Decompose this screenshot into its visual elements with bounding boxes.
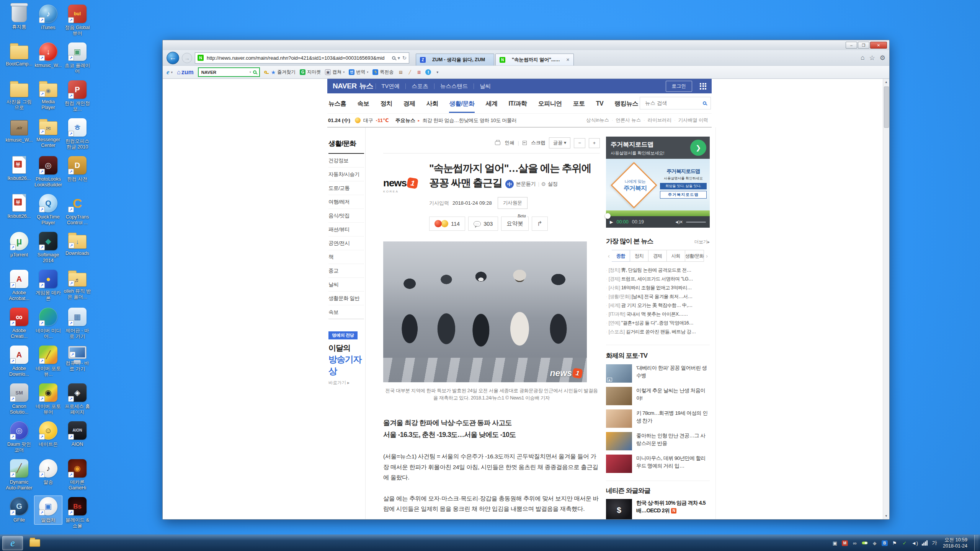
- home-icon[interactable]: ⌂: [861, 54, 864, 62]
- desktop-icon[interactable]: ◆↗Softimage 2014: [34, 230, 62, 265]
- nav-category[interactable]: IT/과학: [508, 94, 527, 113]
- tab-close-icon[interactable]: ✕: [566, 57, 570, 62]
- desktop-icon[interactable]: ↓↗ktmusic_W...: [34, 41, 62, 70]
- search-icon[interactable]: [392, 56, 395, 60]
- zum-gmarket-button[interactable]: G지마켓: [300, 69, 321, 75]
- ie-menu-button[interactable]: e▾: [167, 68, 173, 76]
- zum-favorites-button[interactable]: ★즐겨찾기: [271, 69, 296, 75]
- comments-button[interactable]: ⋯ 303: [468, 217, 498, 231]
- nav-category[interactable]: 사회: [426, 94, 439, 113]
- nav-category[interactable]: 랭킹뉴스: [614, 94, 639, 113]
- forward-button[interactable]: →: [182, 53, 192, 63]
- seek-handle[interactable]: [605, 213, 611, 219]
- desktop-icon[interactable]: AION↗AION: [63, 420, 91, 449]
- sidebar-menu-item[interactable]: 도로/교통: [328, 181, 364, 195]
- emotion-button[interactable]: 114: [429, 217, 465, 231]
- nav-category[interactable]: 속보: [357, 94, 370, 113]
- desktop-icon[interactable]: ◈↗프로세스 홈페이지: [63, 382, 91, 417]
- desktop-icon[interactable]: bul↗정음 Global 뷰어: [63, 3, 91, 38]
- netizen-featured[interactable]: $ 한국 상·하위 10% 임금 격차 4.5배…OECD 2위N: [606, 499, 710, 519]
- most-viewed-tab[interactable]: 사회: [667, 250, 685, 262]
- tabs-left-arrow-icon[interactable]: ‹: [606, 253, 612, 259]
- ticker-link[interactable]: 상식in뉴스: [583, 117, 612, 124]
- most-viewed-tab[interactable]: 정치: [630, 250, 648, 262]
- scrollbar-thumb[interactable]: [884, 86, 889, 128]
- share-button[interactable]: ↱: [532, 217, 548, 231]
- desktop-icon[interactable]: .airktmusic_W...: [5, 117, 33, 145]
- desktop-icon[interactable]: P↗한컴 개인정보...: [63, 79, 91, 114]
- url-input[interactable]: [206, 55, 390, 61]
- most-viewed-item[interactable]: ·[사회]16억짜리 조형물 없애고 3억짜리…: [606, 284, 710, 292]
- autocomplete-dropdown-icon[interactable]: ▾: [398, 55, 400, 61]
- sidebar-menu-item[interactable]: 음식/맛집: [328, 209, 364, 223]
- most-viewed-item[interactable]: ·[정치]靑, 단일팀 논란에 공격모드로 전…: [606, 266, 710, 275]
- font-smaller-button[interactable]: −: [574, 138, 585, 148]
- alcapture-tray-icon[interactable]: ▣: [832, 540, 838, 546]
- redbook-icon[interactable]: ▥: [416, 69, 422, 75]
- news-search-box[interactable]: [640, 97, 711, 109]
- most-viewed-more-link[interactable]: 더보기▸: [694, 239, 710, 245]
- sidebar-menu-item[interactable]: 여행/레저: [328, 195, 364, 209]
- desktop-icon[interactable]: ∞↗Adobe Creati...: [5, 306, 33, 341]
- zum-search-box[interactable]: NAVER ▾: [198, 67, 260, 77]
- sidebar-menu-item[interactable]: 생활문화 일반: [328, 292, 364, 305]
- sidebar-ad-link[interactable]: 바로가기 ▸: [328, 380, 365, 386]
- nav-category[interactable]: 세계: [485, 94, 498, 113]
- notebook-icon[interactable]: ▤: [398, 69, 403, 75]
- desktop-icon[interactable]: ✉↗Messenger Center: [34, 117, 62, 150]
- sidebar-menu-item[interactable]: 책: [328, 250, 364, 264]
- desktop-icon[interactable]: Bs↗블레이드 & 소울: [63, 496, 91, 530]
- desktop-icon[interactable]: ╱↗Dynamic Auto-Painter: [5, 458, 33, 492]
- most-viewed-item[interactable]: ·[IT/과학]국내서 맥 못추는 아이폰X……: [606, 310, 710, 319]
- desktop-icon[interactable]: ↗컴퓨터 - 바로 가기: [63, 344, 91, 373]
- desktop-icon[interactable]: µ↗µTorrent: [5, 230, 33, 259]
- play-icon[interactable]: ▶: [610, 220, 613, 225]
- daemon-tools-tray-icon[interactable]: ◆: [872, 540, 878, 546]
- sidebar-menu-item[interactable]: 날씨: [328, 278, 364, 292]
- photo-tv-item[interactable]: 좋아하는 인형 만난 견공…그 사랑스러운 반응: [606, 432, 710, 450]
- nav-category[interactable]: 경제: [403, 94, 416, 113]
- desktop-icon[interactable]: SM↗Canon Solutio...: [5, 382, 33, 417]
- print-button[interactable]: 인쇄: [495, 140, 514, 146]
- settings-button[interactable]: 설정: [547, 177, 557, 191]
- safely-remove-usb-tray-icon[interactable]: ✓: [902, 540, 908, 546]
- sidebar-menu-item[interactable]: 종교: [328, 264, 364, 278]
- sidebar-menu-item[interactable]: 공연/전시: [328, 236, 364, 250]
- zum-search-engine-label[interactable]: NAVER: [201, 70, 248, 75]
- most-viewed-tab[interactable]: 경제: [648, 250, 667, 262]
- original-article-button[interactable]: 기사원문: [498, 197, 528, 209]
- desktop-icon[interactable]: ♪↗iTunes: [34, 3, 62, 32]
- sidebar-menu-item[interactable]: 속보: [328, 305, 364, 319]
- ticker-link[interactable]: 기사배열 이력: [676, 117, 711, 124]
- desktop-icon[interactable]: 뷰lksbutt26...: [5, 155, 33, 183]
- desktop-icon[interactable]: ↗네이버 미디어...: [34, 306, 62, 341]
- action-center-flag-tray-icon[interactable]: ⚑: [892, 540, 898, 546]
- creative-cloud-tray-icon[interactable]: ∞: [852, 540, 858, 546]
- nav-category[interactable]: 뉴스홈: [328, 94, 347, 113]
- desktop-icon[interactable]: ╱↗네이버 포토뷰...: [34, 344, 62, 379]
- close-button[interactable]: ✕: [870, 42, 887, 49]
- most-viewed-item[interactable]: ·[생활/문화][날씨] 전국 올겨울 최저…서…: [606, 292, 710, 301]
- ticker-link[interactable]: 라이브러리: [645, 117, 675, 124]
- header-menu-item[interactable]: TV연예: [376, 83, 406, 89]
- desktop-icon[interactable]: ㅎ↗한컴오피스 한글 2010: [63, 117, 91, 152]
- naver-news-logo[interactable]: 뉴스: [359, 81, 373, 91]
- zum-quicksend-button[interactable]: ϟ퀵전송: [372, 69, 394, 75]
- desktop-icon[interactable]: A↗Adobe Downlo...: [5, 344, 33, 379]
- zum-engine-dropdown-icon[interactable]: ▾: [250, 70, 251, 74]
- minimize-button[interactable]: –: [846, 42, 857, 49]
- desktop-icon[interactable]: Q↗QuickTime Player: [34, 192, 62, 227]
- photo-tv-item[interactable]: ▶'대베리아 한파' 꽁꽁 얼어버린 생수병: [606, 364, 710, 383]
- zum-home-button[interactable]: ⌂zum: [177, 69, 194, 76]
- press-logo[interactable]: news1 KOREA: [383, 161, 429, 231]
- login-button[interactable]: 로그인: [666, 81, 693, 92]
- browser-tab[interactable]: N"속눈썹까지 얼어"...살을 에...✕: [495, 54, 574, 65]
- taskbar-clock[interactable]: 오전 10:59 2018-01-24: [943, 537, 967, 549]
- tts-speaker-icon[interactable]: [505, 180, 514, 188]
- taskbar-ie-button[interactable]: e: [2, 536, 23, 550]
- zum-key-icon[interactable]: [264, 71, 267, 73]
- photo-tv-item[interactable]: 미니마우스, 데뷔 90년만에 할리우드 명예의 거리 입…: [606, 455, 710, 473]
- most-viewed-tab[interactable]: 종합: [612, 250, 630, 262]
- desktop-icon[interactable]: BootCamp...: [5, 41, 33, 68]
- adobe-tray-icon[interactable]: M: [842, 540, 848, 546]
